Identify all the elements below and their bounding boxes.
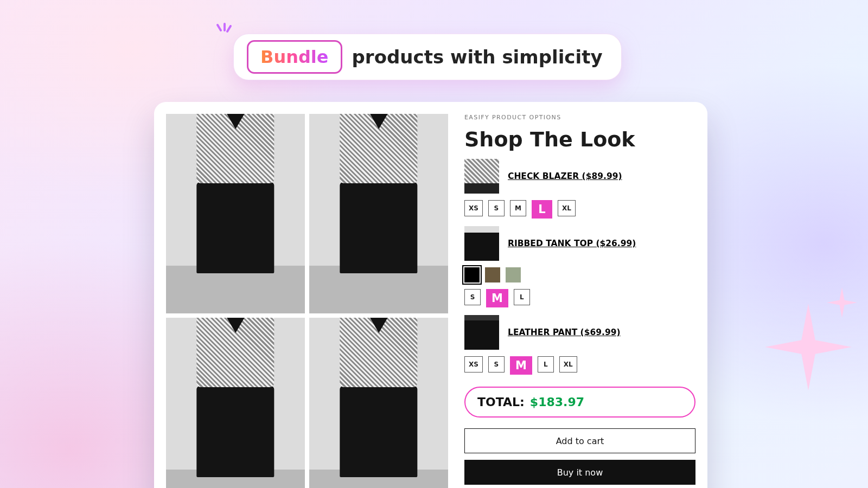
item-name-link[interactable]: RIBBED TANK TOP ($26.99)	[508, 239, 636, 248]
size-option[interactable]: M	[510, 200, 526, 216]
bundle-item: LEATHER PANT ($69.99) XSSMLXL	[464, 315, 695, 375]
size-option[interactable]: L	[532, 200, 552, 219]
size-options: SML	[464, 289, 695, 307]
spark-accent-icon	[214, 22, 233, 42]
hero-chip-text: Bundle	[260, 47, 329, 67]
size-option[interactable]: S	[464, 289, 481, 305]
color-options	[464, 267, 695, 282]
total-value: $183.97	[530, 395, 584, 409]
hero-rest-text: products with simplicity	[352, 46, 603, 68]
item-thumb[interactable]	[464, 315, 499, 350]
hero-chip: Bundle	[247, 40, 342, 74]
size-option[interactable]: XL	[559, 356, 577, 373]
total-pill: TOTAL: $183.97	[464, 387, 695, 418]
item-thumb[interactable]	[464, 226, 499, 261]
color-swatch[interactable]	[464, 267, 480, 282]
size-option[interactable]: M	[510, 356, 532, 375]
product-card: EASIFY PRODUCT OPTIONS Shop The Look CHE…	[154, 102, 707, 488]
item-name-link[interactable]: LEATHER PANT ($69.99)	[508, 328, 621, 337]
buy-now-button[interactable]: Buy it now	[464, 460, 695, 485]
size-option[interactable]: XS	[464, 356, 483, 373]
stage: Bundle products with simplicity EASIFY P…	[0, 0, 868, 488]
total-label: TOTAL:	[477, 395, 525, 409]
gallery-image[interactable]	[309, 318, 448, 488]
options-panel: EASIFY PRODUCT OPTIONS Shop The Look CHE…	[464, 114, 695, 488]
gallery-image[interactable]	[166, 114, 305, 313]
bundle-item: CHECK BLAZER ($89.99) XSSMLXL	[464, 159, 695, 219]
size-option[interactable]: XS	[464, 200, 483, 216]
size-options: XSSMLXL	[464, 200, 695, 219]
size-option[interactable]: XL	[558, 200, 576, 216]
size-options: XSSMLXL	[464, 356, 695, 375]
add-to-cart-button[interactable]: Add to cart	[464, 428, 695, 453]
size-option[interactable]: S	[488, 356, 505, 373]
product-gallery	[166, 114, 448, 488]
color-swatch[interactable]	[485, 267, 500, 282]
item-name-link[interactable]: CHECK BLAZER ($89.99)	[508, 171, 622, 181]
size-option[interactable]: L	[514, 289, 530, 305]
eyebrow-text: EASIFY PRODUCT OPTIONS	[464, 114, 695, 121]
cta-buttons: Add to cart Buy it now	[464, 428, 695, 485]
item-thumb[interactable]	[464, 159, 499, 194]
panel-title: Shop The Look	[464, 127, 695, 151]
gallery-image[interactable]	[166, 318, 305, 488]
bundle-item: RIBBED TANK TOP ($26.99) SML	[464, 226, 695, 307]
sparkle-small-icon	[827, 287, 857, 318]
size-option[interactable]: S	[488, 200, 505, 216]
size-option[interactable]: M	[486, 289, 508, 307]
size-option[interactable]: L	[538, 356, 554, 373]
color-swatch[interactable]	[506, 267, 521, 282]
gallery-image[interactable]	[309, 114, 448, 313]
hero-banner: Bundle products with simplicity	[233, 34, 622, 80]
